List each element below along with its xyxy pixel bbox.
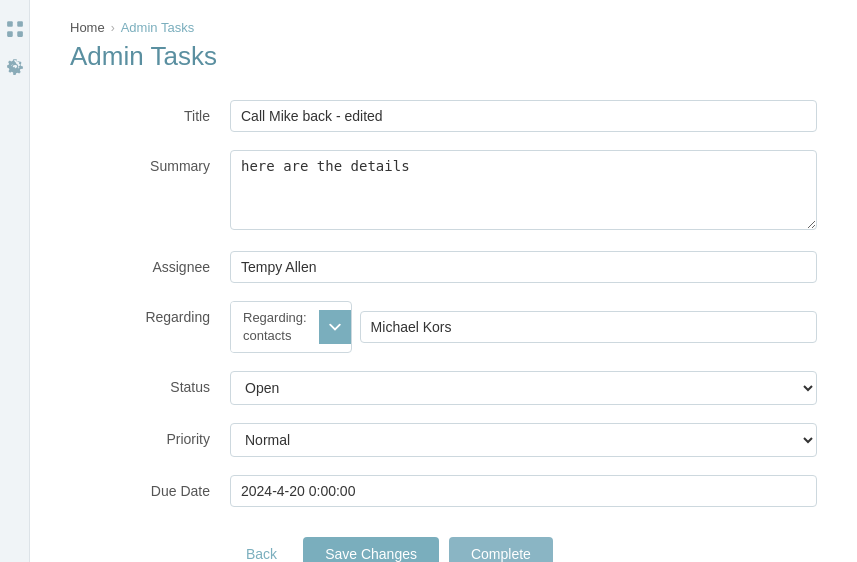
regarding-row: Regarding Regarding:contacts xyxy=(70,301,817,353)
admin-task-form: Title Summary here are the details Assig… xyxy=(70,100,817,507)
chevron-down-icon xyxy=(329,321,341,333)
assignee-input[interactable] xyxy=(230,251,817,283)
breadcrumb-current[interactable]: Admin Tasks xyxy=(121,20,194,35)
regarding-label: Regarding xyxy=(70,301,230,325)
priority-row: Priority Low Normal High xyxy=(70,423,817,457)
sidebar-gear-icon[interactable] xyxy=(6,58,24,76)
complete-button[interactable]: Complete xyxy=(449,537,553,562)
due-date-label: Due Date xyxy=(70,475,230,499)
summary-field: here are the details xyxy=(230,150,817,233)
action-row: Back Save Changes Complete xyxy=(70,537,817,562)
priority-field: Low Normal High xyxy=(230,423,817,457)
title-field xyxy=(230,100,817,132)
svg-rect-1 xyxy=(17,21,23,27)
sidebar xyxy=(0,0,30,562)
back-button[interactable]: Back xyxy=(230,537,293,562)
due-date-field xyxy=(230,475,817,507)
svg-rect-0 xyxy=(7,21,13,27)
regarding-field: Regarding:contacts xyxy=(230,301,817,353)
priority-select[interactable]: Low Normal High xyxy=(230,423,817,457)
assignee-label: Assignee xyxy=(70,251,230,275)
regarding-type-selector: Regarding:contacts xyxy=(230,301,352,353)
breadcrumb-separator: › xyxy=(111,21,115,35)
title-input[interactable] xyxy=(230,100,817,132)
regarding-type-label: Regarding:contacts xyxy=(231,302,319,352)
summary-row: Summary here are the details xyxy=(70,150,817,233)
status-row: Status Open Closed Pending xyxy=(70,371,817,405)
breadcrumb: Home › Admin Tasks xyxy=(70,20,817,35)
regarding-contact-input[interactable] xyxy=(360,311,817,343)
summary-textarea[interactable]: here are the details xyxy=(230,150,817,230)
regarding-group: Regarding:contacts xyxy=(230,301,817,353)
main-content: Home › Admin Tasks Admin Tasks Title Sum… xyxy=(30,0,857,562)
due-date-input[interactable] xyxy=(230,475,817,507)
status-label: Status xyxy=(70,371,230,395)
save-changes-button[interactable]: Save Changes xyxy=(303,537,439,562)
breadcrumb-home[interactable]: Home xyxy=(70,20,105,35)
status-field: Open Closed Pending xyxy=(230,371,817,405)
svg-rect-3 xyxy=(17,31,23,37)
title-label: Title xyxy=(70,100,230,124)
priority-label: Priority xyxy=(70,423,230,447)
summary-label: Summary xyxy=(70,150,230,174)
status-select[interactable]: Open Closed Pending xyxy=(230,371,817,405)
page-title: Admin Tasks xyxy=(70,41,817,72)
assignee-field xyxy=(230,251,817,283)
sidebar-grid-icon[interactable] xyxy=(6,20,24,38)
title-row: Title xyxy=(70,100,817,132)
regarding-contact-field xyxy=(360,311,817,343)
svg-rect-2 xyxy=(7,31,13,37)
regarding-chevron-button[interactable] xyxy=(319,310,351,344)
assignee-row: Assignee xyxy=(70,251,817,283)
due-date-row: Due Date xyxy=(70,475,817,507)
